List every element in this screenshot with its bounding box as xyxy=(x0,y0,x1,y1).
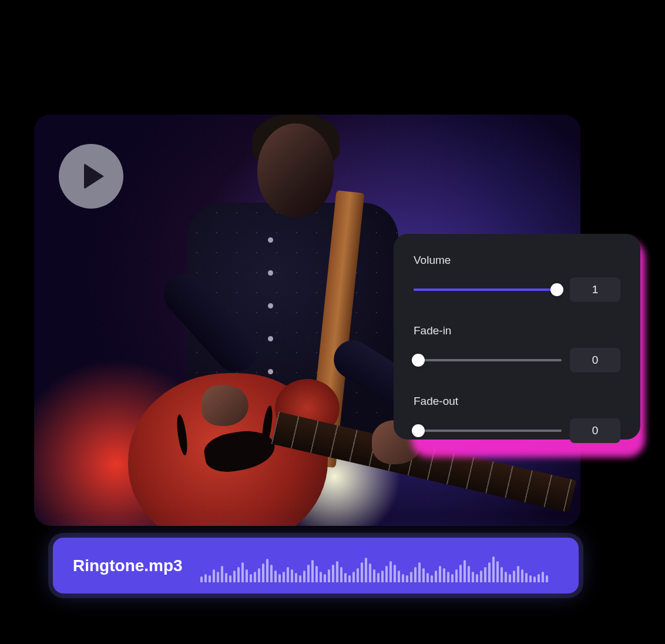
waveform-bar xyxy=(488,562,491,582)
waveform-bar xyxy=(542,572,544,582)
waveform-bar xyxy=(307,565,310,582)
waveform-bar xyxy=(439,566,441,582)
waveform-bar xyxy=(287,567,289,582)
waveform-bar xyxy=(332,565,334,582)
waveform-bar xyxy=(365,558,367,582)
waveform-bar xyxy=(480,571,482,582)
waveform-bar xyxy=(361,562,363,582)
waveform-bar xyxy=(455,569,458,582)
waveform-bar xyxy=(241,562,244,582)
volume-control: Volume 1 xyxy=(414,254,620,302)
waveform-bar xyxy=(447,572,449,582)
waveform-bar xyxy=(533,576,536,582)
fade-out-value[interactable]: 0 xyxy=(570,418,620,443)
waveform-bar xyxy=(348,575,351,582)
waveform-bar xyxy=(291,569,293,582)
audio-waveform xyxy=(200,549,559,582)
waveform-bar xyxy=(225,573,227,582)
waveform-bar xyxy=(295,573,297,582)
waveform-bar xyxy=(254,572,256,582)
waveform-bar xyxy=(529,575,532,582)
waveform-bar xyxy=(418,562,421,582)
waveform-bar xyxy=(443,568,445,582)
waveform-bar xyxy=(538,574,540,582)
waveform-bar xyxy=(328,569,330,582)
waveform-bar xyxy=(336,561,338,582)
audio-controls-panel: Volume 1 Fade-in 0 Fade-out 0 xyxy=(394,234,640,440)
waveform-bar xyxy=(381,571,384,582)
waveform-bar xyxy=(464,560,466,582)
waveform-bar xyxy=(369,564,371,582)
waveform-bar xyxy=(299,575,301,582)
waveform-bar xyxy=(320,572,322,582)
waveform-bar xyxy=(303,571,305,582)
fade-out-slider-thumb[interactable] xyxy=(412,424,425,437)
waveform-bar xyxy=(422,568,425,582)
waveform-bar xyxy=(204,574,207,582)
waveform-bar xyxy=(513,571,515,582)
waveform-bar xyxy=(414,567,417,582)
waveform-bar xyxy=(266,559,268,582)
volume-label: Volume xyxy=(414,254,620,267)
waveform-bar xyxy=(402,574,404,582)
waveform-bar xyxy=(221,566,223,582)
fade-in-control: Fade-in 0 xyxy=(414,324,620,373)
waveform-bar xyxy=(278,574,281,582)
waveform-bar xyxy=(373,569,375,582)
fade-out-control: Fade-out 0 xyxy=(414,395,620,443)
waveform-bar xyxy=(258,568,260,582)
waveform-bar xyxy=(340,567,342,582)
waveform-bar xyxy=(311,560,314,582)
fade-in-label: Fade-in xyxy=(414,324,620,337)
waveform-bar xyxy=(546,575,548,582)
waveform-bar xyxy=(459,565,462,582)
waveform-bar xyxy=(451,574,454,582)
waveform-bar xyxy=(385,566,388,582)
waveform-bar xyxy=(435,571,437,582)
volume-slider-thumb[interactable] xyxy=(550,283,563,296)
waveform-bar xyxy=(352,572,355,582)
waveform-bar xyxy=(283,572,285,582)
waveform-bar xyxy=(426,573,429,582)
waveform-bar xyxy=(209,575,211,582)
fade-in-slider[interactable] xyxy=(414,359,562,361)
waveform-bar xyxy=(389,561,392,582)
waveform-bar xyxy=(357,568,359,582)
waveform-bar xyxy=(521,569,523,582)
waveform-bar xyxy=(394,565,396,582)
waveform-bar xyxy=(315,566,318,582)
audio-clip-chip[interactable]: Ringtone.mp3 xyxy=(53,538,579,593)
volume-value[interactable]: 1 xyxy=(570,277,620,302)
waveform-bar xyxy=(270,565,273,582)
play-icon xyxy=(84,163,104,189)
waveform-bar xyxy=(262,564,264,582)
waveform-bar xyxy=(217,572,219,582)
waveform-bar xyxy=(324,574,326,582)
waveform-bar xyxy=(406,575,408,582)
waveform-bar xyxy=(246,569,248,582)
waveform-bar xyxy=(476,574,478,582)
waveform-bar xyxy=(431,575,433,582)
waveform-bar xyxy=(484,567,486,582)
volume-slider-fill xyxy=(414,289,557,291)
waveform-bar xyxy=(472,572,474,582)
waveform-bar xyxy=(377,573,379,582)
waveform-bar xyxy=(398,571,400,582)
fade-out-label: Fade-out xyxy=(414,395,620,408)
waveform-bar xyxy=(237,567,240,582)
waveform-bar xyxy=(410,572,412,582)
waveform-bar xyxy=(517,566,519,582)
audio-filename: Ringtone.mp3 xyxy=(73,556,183,575)
fade-out-slider[interactable] xyxy=(414,430,562,432)
fade-in-value[interactable]: 0 xyxy=(570,348,620,373)
fade-in-slider-thumb[interactable] xyxy=(412,354,425,367)
waveform-bar xyxy=(468,566,470,582)
play-button[interactable] xyxy=(59,144,123,209)
waveform-bar xyxy=(505,572,507,582)
waveform-bar xyxy=(250,574,252,582)
volume-slider[interactable] xyxy=(414,289,562,291)
waveform-bar xyxy=(213,569,215,582)
waveform-bar xyxy=(525,573,528,582)
waveform-bar xyxy=(496,561,499,582)
waveform-bar xyxy=(200,576,203,582)
